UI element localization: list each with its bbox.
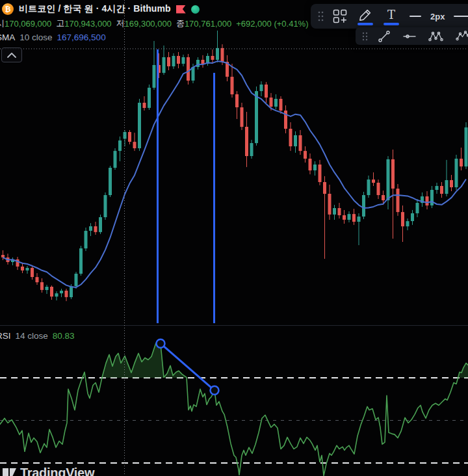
- bitcoin-icon: ₿: [2, 3, 14, 15]
- sma-legend-row[interactable]: SMA 10 close 167,696,500: [0, 33, 106, 42]
- add-drawing-template-button[interactable]: [329, 8, 351, 25]
- trend-line-tool-button[interactable]: [374, 29, 395, 44]
- drag-dots-icon: [361, 31, 368, 42]
- layout-grid-plus-icon: [333, 9, 347, 23]
- elliott-wave-icon: [456, 30, 468, 43]
- ohlc-legend-row: 시 170,069,000 고 170,943,000 저 169,300,00…: [0, 18, 309, 29]
- tradingview-mark-icon: [3, 466, 17, 476]
- tradingview-logo-text: TradingView: [20, 466, 94, 476]
- line-width-label[interactable]: 2px: [430, 12, 445, 21]
- line-style-button[interactable]: [450, 14, 468, 18]
- low-value: 169,300,000: [125, 19, 172, 29]
- rsi-legend-row[interactable]: RSI 14 close 80.83: [0, 331, 75, 341]
- trend-line-icon: [378, 30, 391, 43]
- line-color-swatch: [358, 23, 373, 25]
- toolbar-drag-handle[interactable]: [315, 10, 326, 23]
- close-value: 170,761,000: [185, 19, 231, 29]
- symbol-legend-row[interactable]: ₿ 비트코인 / 한국 원 · 4시간 · Bithumb: [2, 3, 200, 15]
- trendline-handle[interactable]: [211, 386, 219, 395]
- close-label: 종: [176, 18, 185, 29]
- line-width-button[interactable]: [406, 14, 425, 18]
- rsi-value: 80.83: [53, 331, 75, 341]
- text-tool-icon: T: [384, 8, 398, 22]
- chevron-up-icon: [6, 52, 17, 59]
- rsi-name: RSI: [0, 331, 11, 341]
- rsi-trendline-drawing[interactable]: [161, 343, 214, 390]
- change-value: +692,000 (+0.41%): [236, 19, 308, 29]
- chart-canvas[interactable]: [0, 0, 468, 476]
- drawing-toolbar-tools: [356, 27, 468, 45]
- high-value: 170,943,000: [64, 19, 111, 29]
- line-width-sample-icon: [410, 16, 421, 17]
- pencil-icon: [358, 8, 372, 22]
- tools-drag-handle[interactable]: [359, 31, 370, 42]
- flag-icon[interactable]: [176, 5, 186, 14]
- tradingview-logo[interactable]: TradingView: [3, 466, 94, 476]
- drag-dots-icon: [317, 10, 324, 23]
- low-label: 저: [116, 18, 125, 29]
- line-color-button[interactable]: [354, 7, 377, 27]
- sma-name: SMA: [0, 33, 15, 42]
- text-color-swatch: [384, 23, 399, 25]
- xabcd-pattern-icon: [428, 30, 444, 43]
- line-style-sample-icon: [454, 16, 468, 17]
- svg-text:T: T: [387, 8, 395, 21]
- horizontal-ray-icon: [402, 30, 417, 43]
- xabcd-pattern-tool-button[interactable]: [424, 29, 448, 44]
- drawing-toolbar-main: T 2px: [311, 4, 468, 29]
- elliott-wave-tool-button[interactable]: [452, 29, 468, 44]
- open-label: 시: [0, 18, 5, 29]
- symbol-title[interactable]: 비트코인 / 한국 원 · 4시간 · Bithumb: [19, 3, 171, 15]
- sma-params: 10 close: [20, 33, 52, 42]
- rsi-params: 14 close: [16, 331, 48, 341]
- horizontal-ray-tool-button[interactable]: [398, 29, 421, 44]
- market-status-dot-icon: [191, 5, 200, 14]
- text-color-button[interactable]: T: [380, 7, 403, 27]
- collapse-legend-button[interactable]: [1, 47, 22, 62]
- sma-value: 167,696,500: [57, 33, 106, 42]
- trendline-handle[interactable]: [157, 339, 165, 348]
- high-label: 고: [56, 18, 64, 29]
- tradingview-chart-window: ₿ 비트코인 / 한국 원 · 4시간 · Bithumb 시 170,069,…: [0, 0, 468, 476]
- open-value: 170,069,000: [5, 19, 51, 29]
